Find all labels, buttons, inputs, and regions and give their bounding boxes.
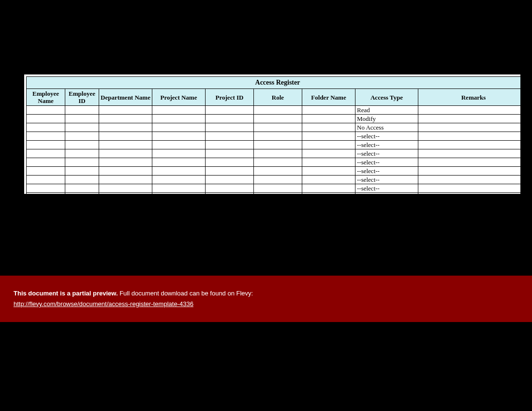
col-folder-name: Folder Name xyxy=(302,89,355,106)
col-project-id: Project ID xyxy=(206,89,254,106)
empty-cell xyxy=(27,176,65,184)
empty-cell xyxy=(302,123,355,132)
empty-cell xyxy=(99,141,152,149)
empty-cell xyxy=(418,193,521,194)
access-type-cell[interactable]: --select-- xyxy=(355,167,418,176)
empty-cell xyxy=(418,176,521,184)
empty-cell xyxy=(302,176,355,184)
empty-cell xyxy=(99,167,152,176)
empty-cell xyxy=(65,149,99,158)
col-project-name: Project Name xyxy=(152,89,206,106)
table-row: --select-- xyxy=(27,141,521,149)
empty-cell xyxy=(27,141,65,149)
empty-cell xyxy=(418,158,521,167)
empty-cell xyxy=(27,184,65,193)
table-row: Modify xyxy=(27,115,521,123)
access-type-cell[interactable]: Modify xyxy=(355,115,418,123)
empty-cell xyxy=(65,132,99,141)
table-row: --select-- xyxy=(27,132,521,141)
empty-cell xyxy=(152,115,206,123)
empty-cell xyxy=(302,149,355,158)
table-row: --select-- xyxy=(27,149,521,158)
empty-cell xyxy=(254,132,302,141)
empty-cell xyxy=(418,115,521,123)
empty-cell xyxy=(27,123,65,132)
access-type-cell[interactable]: --select-- xyxy=(355,176,418,184)
table-row: --select-- xyxy=(27,176,521,184)
empty-cell xyxy=(27,158,65,167)
empty-cell xyxy=(152,149,206,158)
empty-cell xyxy=(254,167,302,176)
table-header-row: Employee Name Employee ID Department Nam… xyxy=(27,89,521,106)
access-type-cell[interactable]: --select-- xyxy=(355,193,418,194)
empty-cell xyxy=(302,167,355,176)
empty-cell xyxy=(99,132,152,141)
access-type-cell[interactable]: --select-- xyxy=(355,132,418,141)
empty-cell xyxy=(254,149,302,158)
empty-cell xyxy=(206,193,254,194)
empty-cell xyxy=(99,149,152,158)
empty-cell xyxy=(65,167,99,176)
table-row: --select-- xyxy=(27,193,521,194)
empty-cell xyxy=(99,176,152,184)
empty-cell xyxy=(65,184,99,193)
access-type-cell[interactable]: Read xyxy=(355,106,418,115)
empty-cell xyxy=(254,193,302,194)
empty-cell xyxy=(302,141,355,149)
empty-cell xyxy=(254,184,302,193)
empty-cell xyxy=(27,193,65,194)
empty-cell xyxy=(302,158,355,167)
empty-cell xyxy=(99,123,152,132)
access-type-cell[interactable]: No Access xyxy=(355,123,418,132)
access-register-table: Access Register Employee Name Employee I… xyxy=(26,76,520,194)
empty-cell xyxy=(65,123,99,132)
empty-cell xyxy=(302,115,355,123)
empty-cell xyxy=(99,158,152,167)
empty-cell xyxy=(99,115,152,123)
access-type-cell[interactable]: --select-- xyxy=(355,149,418,158)
col-employee-name: Employee Name xyxy=(27,89,65,106)
empty-cell xyxy=(65,158,99,167)
preview-banner: This document is a partial preview. Full… xyxy=(0,276,532,322)
col-department-name: Department Name xyxy=(99,89,152,106)
empty-cell xyxy=(65,106,99,115)
access-type-cell[interactable]: --select-- xyxy=(355,141,418,149)
empty-cell xyxy=(27,132,65,141)
access-type-cell[interactable]: --select-- xyxy=(355,184,418,193)
empty-cell xyxy=(418,123,521,132)
empty-cell xyxy=(152,132,206,141)
empty-cell xyxy=(27,115,65,123)
empty-cell xyxy=(418,184,521,193)
banner-link[interactable]: http://flevy.com/browse/document/access-… xyxy=(14,300,193,308)
empty-cell xyxy=(254,123,302,132)
empty-cell xyxy=(152,193,206,194)
empty-cell xyxy=(206,141,254,149)
empty-cell xyxy=(418,141,521,149)
empty-cell xyxy=(206,149,254,158)
empty-cell xyxy=(206,132,254,141)
empty-cell xyxy=(65,141,99,149)
empty-cell xyxy=(99,193,152,194)
banner-line-1: This document is a partial preview. Full… xyxy=(14,288,532,299)
empty-cell xyxy=(152,106,206,115)
empty-cell xyxy=(418,106,521,115)
empty-cell xyxy=(99,106,152,115)
empty-cell xyxy=(152,167,206,176)
empty-cell xyxy=(254,176,302,184)
empty-cell xyxy=(206,184,254,193)
empty-cell xyxy=(152,176,206,184)
table-row: --select-- xyxy=(27,167,521,176)
empty-cell xyxy=(254,115,302,123)
empty-cell xyxy=(302,193,355,194)
col-remarks: Remarks xyxy=(418,89,521,106)
banner-bold-text: This document is a partial preview. xyxy=(14,290,118,297)
access-type-cell[interactable]: --select-- xyxy=(355,158,418,167)
table-row: No Access xyxy=(27,123,521,132)
empty-cell xyxy=(418,132,521,141)
empty-cell xyxy=(206,158,254,167)
table-row: --select-- xyxy=(27,158,521,167)
col-employee-id: Employee ID xyxy=(65,89,99,106)
table-row: --select-- xyxy=(27,184,521,193)
empty-cell xyxy=(65,193,99,194)
empty-cell xyxy=(152,184,206,193)
